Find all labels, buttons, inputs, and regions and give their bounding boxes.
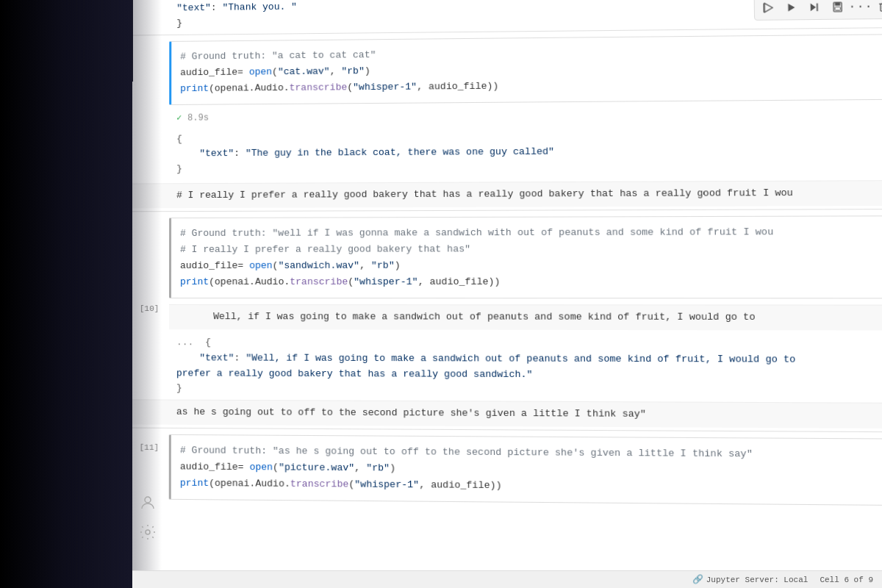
output-text-3: } <box>176 381 882 400</box>
top-line-1: "text": "Thank you. " <box>176 1 297 14</box>
cell-11-label: [11] <box>140 443 159 452</box>
svg-marker-0 <box>764 3 772 12</box>
cell-area: ··· "text": "Thank you. " } <box>132 0 882 588</box>
status-bar: 🔗 Jupyter Server: Local Cell 6 of 9 <box>132 570 882 588</box>
server-label: Jupyter Server: Local <box>706 576 808 584</box>
wide-output-1: # I really I prefer a really good bakery… <box>132 180 882 208</box>
svg-point-14 <box>146 530 150 534</box>
cell-9-line-1: # Ground truth: "well if I was gonna mak… <box>180 223 882 242</box>
user-icon[interactable] <box>136 491 159 514</box>
svg-marker-2 <box>788 4 795 12</box>
more-button[interactable]: ··· <box>850 0 872 18</box>
toolbar-area: ··· <box>754 0 882 21</box>
run-all-button[interactable] <box>758 0 780 18</box>
gear-icon[interactable] <box>136 520 159 544</box>
svg-point-13 <box>145 497 151 503</box>
cell-9-line-4: print(openai.Audio.transcribe("whisper-1… <box>180 273 882 290</box>
cell-9: # Ground truth: "well if I was gonna mak… <box>132 215 882 299</box>
top-line-2: } <box>176 18 182 29</box>
svg-rect-7 <box>835 7 840 10</box>
delete-button[interactable] <box>873 0 882 17</box>
server-icon: 🔗 <box>692 574 703 585</box>
svg-marker-3 <box>811 4 816 12</box>
cell-10-output: ... { "text": "Well, if I was going to m… <box>132 332 882 403</box>
cell-10-row: [10] Well, if I was going to make a sand… <box>132 301 882 334</box>
timing-value: 8.9s <box>187 112 209 123</box>
notebook-container: ··· "text": "Thank you. " } <box>132 0 882 588</box>
wide-output-2: Well, if I was going to make a sandwich … <box>169 304 882 330</box>
run-button[interactable] <box>781 0 803 18</box>
cell-8: Py # Ground truth: "a cat to cat cat" au… <box>132 34 882 106</box>
run-next-button[interactable] <box>803 0 825 18</box>
cell-8-output: { "text": "The guy in the black coat, th… <box>132 124 882 184</box>
output-text-2: prefer a really good bakery that has a r… <box>176 366 882 384</box>
wide-output-3: as he s going out to off to the second p… <box>132 400 882 429</box>
check-icon: ✓ <box>176 113 182 123</box>
toolbar-container: ··· <box>754 0 882 21</box>
cell-position: Cell 6 of 9 <box>820 576 873 584</box>
divider-2 <box>132 209 882 212</box>
notebook-inner: ··· "text": "Thank you. " } <box>132 0 882 588</box>
cell-10-label: [10] <box>140 304 159 313</box>
svg-rect-6 <box>835 2 840 6</box>
output-ellipsis: ... { <box>176 335 882 352</box>
server-status: 🔗 Jupyter Server: Local <box>692 574 808 585</box>
left-sidebar <box>136 491 159 544</box>
cell-11: [11] # Ground truth: "as he s going out … <box>132 434 882 506</box>
cell-position-label: Cell 6 of 9 <box>820 576 873 584</box>
divider-3 <box>132 428 882 433</box>
save-button[interactable] <box>827 0 849 18</box>
output-text-1: "text": "Well, if I was going to make a … <box>176 351 882 368</box>
cell-9-line-2: # I really I prefer a really good bakery… <box>180 240 882 258</box>
cell-9-line-3: audio_file= open("sandwich.wav", "rb") <box>180 257 882 274</box>
